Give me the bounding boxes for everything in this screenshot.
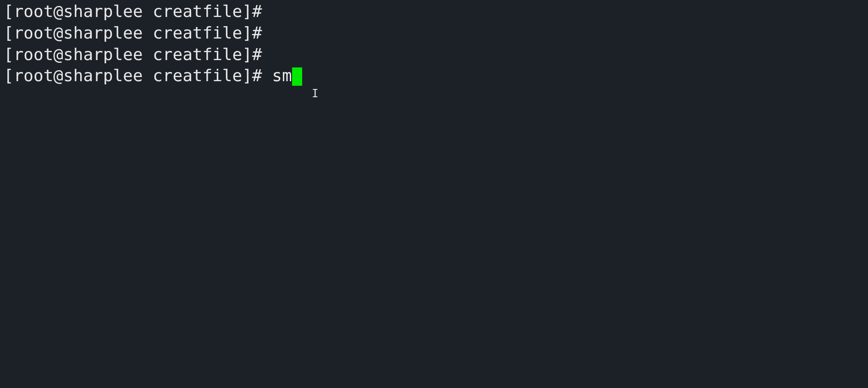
text-caret-icon: I	[312, 87, 318, 101]
prompt: [root@sharplee creatfile]#	[4, 45, 262, 64]
terminal-line: [root@sharplee creatfile]#	[4, 22, 864, 44]
prompt: [root@sharplee creatfile]#	[4, 66, 262, 85]
terminal-line: [root@sharplee creatfile]#	[4, 1, 864, 22]
terminal-window[interactable]: [root@sharplee creatfile]# [root@sharple…	[0, 0, 868, 109]
prompt: [root@sharplee creatfile]#	[4, 23, 262, 42]
block-cursor	[292, 67, 302, 86]
text-caret-line: I	[4, 87, 864, 108]
terminal-line-active[interactable]: [root@sharplee creatfile]# sm	[4, 65, 864, 87]
command-text: sm	[272, 66, 292, 85]
prompt: [root@sharplee creatfile]#	[4, 2, 262, 21]
terminal-line: [root@sharplee creatfile]#	[4, 44, 864, 66]
